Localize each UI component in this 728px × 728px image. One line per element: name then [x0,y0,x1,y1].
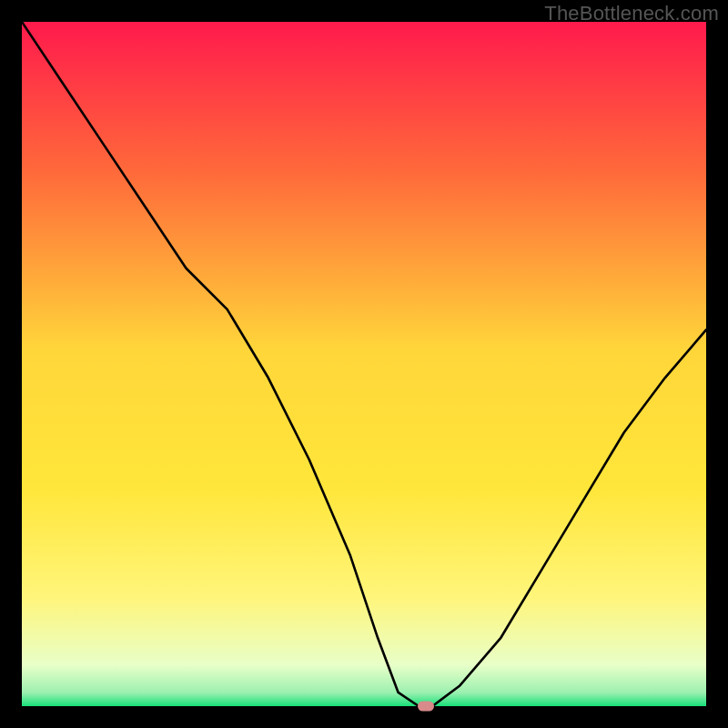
plot-svg [22,22,706,706]
optimal-point-marker [418,702,434,712]
plot-area [22,22,706,706]
chart-frame: TheBottleneck.com [0,0,728,728]
gradient-background [22,22,706,706]
